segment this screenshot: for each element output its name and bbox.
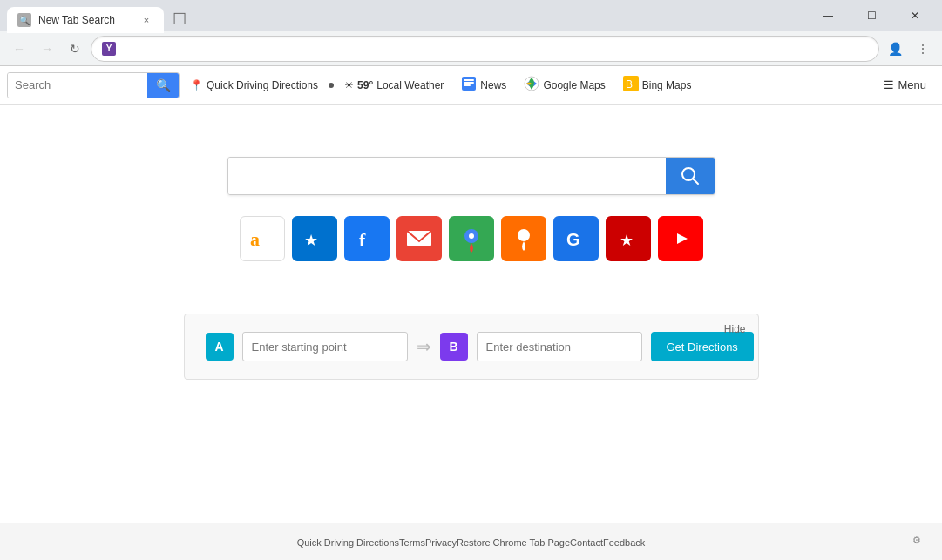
google-maps-label: Google Maps [543, 79, 605, 91]
svg-rect-1 [464, 79, 474, 81]
weather-temp: 59° [357, 79, 373, 91]
svg-line-8 [693, 179, 698, 185]
google-maps-icon [524, 76, 539, 94]
tab-strip: 🔍 New Tab Search × ☐ [7, 0, 808, 31]
active-tab[interactable]: 🔍 New Tab Search × [7, 7, 164, 33]
forward-button[interactable]: → [35, 37, 59, 61]
svg-text:B: B [626, 78, 633, 91]
back-button[interactable]: ← [7, 37, 31, 61]
url-favicon: Y [102, 42, 116, 56]
main-search-input[interactable] [228, 158, 666, 194]
title-bar: 🔍 New Tab Search × ☐ — ☐ ✕ [0, 0, 942, 31]
get-directions-button[interactable]: Get Directions [651, 332, 754, 361]
toolbar-weather[interactable]: ☀ 59° Local Weather [337, 76, 451, 95]
destination-input[interactable] [477, 332, 642, 361]
main-search-button[interactable] [666, 158, 715, 194]
weather-label: Local Weather [376, 79, 444, 91]
toolbar-news[interactable]: News [454, 72, 513, 98]
svg-point-15 [518, 229, 530, 241]
main-search-wrap [227, 157, 715, 195]
footer-quick-driving[interactable]: Quick Driving Directions [297, 537, 399, 548]
weather-icon: ☀ [344, 79, 354, 91]
url-input[interactable] [121, 42, 868, 55]
footer-contact[interactable]: Contact [570, 537, 603, 548]
close-button[interactable]: ✕ [895, 0, 935, 31]
toolbar-google-maps[interactable]: Google Maps [517, 72, 612, 98]
account-button[interactable]: 👤 [883, 37, 907, 61]
start-input[interactable] [242, 332, 408, 361]
new-tab-button[interactable]: ☐ [167, 7, 192, 31]
hide-button[interactable]: Hide [724, 323, 746, 335]
shortcut-gmail[interactable] [396, 216, 442, 261]
shortcut-youtube[interactable] [658, 216, 703, 261]
main-content: a ★ f G ★ [0, 105, 942, 523]
shortcuts: a ★ f G ★ [240, 216, 703, 261]
footer: Quick Driving Directions Terms Privacy R… [0, 523, 942, 560]
maximize-button[interactable]: ☐ [851, 0, 891, 31]
marker-b: B [440, 333, 468, 361]
search-box: 🔍 [7, 72, 180, 98]
svg-text:a: a [250, 228, 260, 250]
footer-feedback[interactable]: Feedback [603, 537, 645, 548]
svg-text:★: ★ [304, 232, 318, 249]
shortcut-maps2[interactable] [501, 216, 546, 261]
address-bar: ← → ↻ Y 👤 ⋮ [0, 31, 942, 66]
shortcut-amazon[interactable]: a [240, 216, 285, 261]
url-bar[interactable]: Y [91, 36, 879, 62]
toolbar-bing-maps[interactable]: B Bing Maps [616, 72, 699, 98]
tab-close-button[interactable]: × [139, 13, 153, 27]
news-label: News [480, 79, 506, 91]
tab-title: New Tab Search [38, 14, 132, 26]
quick-driving-icon: 📍 [190, 79, 203, 91]
quick-driving-label: Quick Driving Directions [207, 79, 318, 91]
gear-icon[interactable]: ⚙ [912, 535, 928, 550]
directions-row: A ⇒ B Get Directions [206, 332, 737, 361]
bing-maps-label: Bing Maps [642, 79, 692, 91]
menu-button[interactable]: ☰ Menu [875, 75, 935, 95]
footer-restore[interactable]: Restore Chrome Tab Page [457, 537, 570, 548]
svg-text:G: G [566, 230, 580, 249]
footer-links-wrap: Quick Driving Directions Terms Privacy R… [0, 537, 942, 548]
shortcut-macys[interactable]: ★ [606, 216, 651, 261]
toolbar-quick-driving[interactable]: 📍 Quick Driving Directions [183, 76, 325, 95]
footer-terms[interactable]: Terms [399, 537, 425, 548]
shortcut-gsuite[interactable]: G [553, 216, 599, 261]
svg-text:★: ★ [620, 232, 634, 249]
footer-privacy[interactable]: Privacy [425, 537, 457, 548]
shortcut-walmart[interactable]: ★ [292, 216, 337, 261]
bing-maps-icon: B [623, 76, 639, 94]
menu-label: Menu [898, 78, 926, 91]
news-icon [461, 76, 477, 94]
marker-a: A [206, 333, 234, 361]
toolbar: 🔍 📍 Quick Driving Directions ☀ 59° Local… [0, 66, 942, 105]
shortcut-facebook[interactable]: f [344, 216, 390, 261]
directions-widget: Hide A ⇒ B Get Directions [184, 314, 759, 380]
tab-favicon: 🔍 [17, 13, 31, 27]
settings-button[interactable]: ⋮ [911, 37, 935, 61]
svg-rect-2 [464, 82, 474, 84]
shortcut-google-maps[interactable] [449, 216, 494, 261]
svg-rect-3 [464, 84, 471, 86]
svg-point-14 [469, 233, 474, 239]
reload-button[interactable]: ↻ [63, 37, 87, 61]
svg-text:f: f [359, 229, 366, 251]
minimize-button[interactable]: — [808, 0, 848, 31]
window-controls: — ☐ ✕ [808, 0, 935, 31]
directions-arrow: ⇒ [417, 336, 431, 357]
menu-icon: ☰ [884, 78, 894, 91]
search-input[interactable] [8, 73, 147, 98]
toolbar-separator [329, 83, 334, 88]
search-button[interactable]: 🔍 [147, 73, 179, 98]
